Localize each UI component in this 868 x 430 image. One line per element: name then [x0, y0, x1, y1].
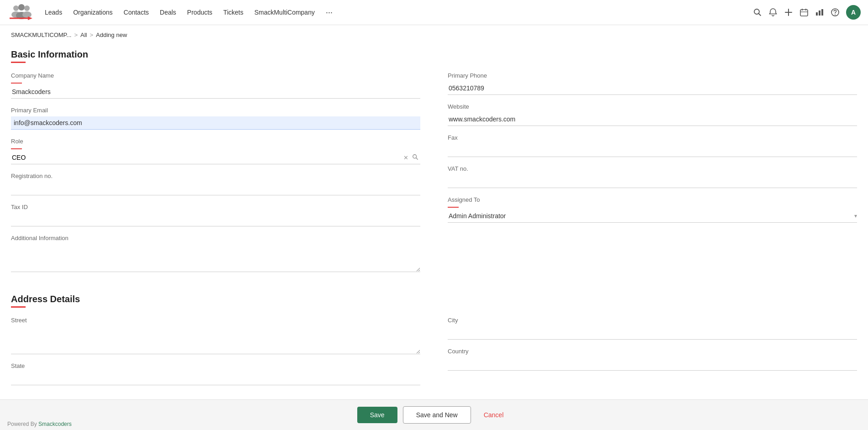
company-name-underline	[11, 83, 22, 84]
additional-info-label: Additional Information	[11, 235, 420, 241]
assigned-to-row: Assigned To Admin Administrator ▾	[448, 196, 857, 223]
company-name-row: Company Name	[11, 72, 420, 99]
role-search-icon[interactable]	[410, 154, 420, 162]
basic-info-underline	[11, 62, 26, 63]
state-label: State	[11, 362, 420, 369]
assigned-to-arrow-icon: ▾	[854, 213, 857, 219]
save-button[interactable]: Save	[357, 407, 397, 423]
primary-phone-input[interactable]	[448, 82, 857, 95]
svg-line-22	[416, 157, 418, 159]
nav-leads[interactable]: Leads	[40, 6, 67, 19]
nav-contacts[interactable]: Contacts	[119, 6, 153, 19]
website-label: Website	[448, 103, 857, 110]
logo[interactable]	[7, 3, 35, 21]
help-icon[interactable]	[831, 8, 840, 17]
company-name-input[interactable]	[11, 85, 420, 99]
breadcrumb-sep2: >	[90, 31, 93, 38]
country-input[interactable]	[448, 357, 857, 371]
role-row: Role ✕	[11, 138, 420, 164]
additional-info-row: Additional Information	[11, 235, 420, 272]
primary-email-input[interactable]	[11, 116, 420, 130]
city-label: City	[448, 317, 857, 324]
city-row: City	[448, 317, 857, 340]
nav-products[interactable]: Products	[183, 6, 217, 19]
nav-deals[interactable]: Deals	[155, 6, 181, 19]
breadcrumb-root[interactable]: SMACKMULTICOMP...	[11, 31, 71, 38]
role-input-wrapper: ✕	[11, 151, 420, 164]
basic-info-left: Company Name Primary Email Role ✕	[11, 72, 420, 280]
footer-bar: Save Save and New Cancel	[0, 399, 868, 430]
chart-icon[interactable]	[815, 8, 824, 17]
svg-rect-16	[816, 12, 818, 16]
vat-input[interactable]	[448, 175, 857, 188]
website-input[interactable]	[448, 113, 857, 126]
company-name-label: Company Name	[11, 72, 420, 79]
address-heading: Address Details	[11, 294, 857, 304]
breadcrumb-all[interactable]: All	[80, 31, 87, 38]
fax-input[interactable]	[448, 144, 857, 157]
svg-rect-12	[800, 10, 808, 16]
website-row: Website	[448, 103, 857, 126]
cancel-button[interactable]: Cancel	[476, 407, 511, 423]
svg-rect-17	[819, 10, 820, 16]
primary-phone-label: Primary Phone	[448, 72, 857, 79]
state-row: State	[11, 362, 420, 385]
add-icon[interactable]	[784, 8, 793, 17]
fax-label: Fax	[448, 134, 857, 141]
vat-label: VAT no.	[448, 165, 857, 172]
role-clear-icon[interactable]: ✕	[402, 154, 410, 161]
registration-row: Registration no.	[11, 173, 420, 195]
basic-info-grid: Company Name Primary Email Role ✕	[11, 72, 857, 280]
tax-id-input[interactable]	[11, 213, 420, 226]
registration-input[interactable]	[11, 182, 420, 195]
navbar: Leads Organizations Contacts Deals Produ…	[0, 0, 868, 25]
address-details-section: Address Details Street State	[11, 294, 857, 393]
assigned-to-underline	[448, 207, 459, 208]
role-label: Role	[11, 138, 420, 145]
primary-email-label: Primary Email	[11, 107, 420, 114]
additional-info-textarea[interactable]	[11, 244, 420, 272]
nav-smackmulticompany[interactable]: SmackMultiCompany	[250, 6, 319, 19]
assigned-to-select-wrapper: Admin Administrator ▾	[448, 210, 857, 223]
tax-id-row: Tax ID	[11, 204, 420, 226]
address-right: City Country	[448, 317, 857, 393]
primary-email-row: Primary Email	[11, 107, 420, 130]
calendar-icon[interactable]	[799, 8, 809, 17]
powered-by: Powered By Smackcoders	[0, 418, 79, 430]
street-textarea[interactable]	[11, 326, 420, 354]
svg-point-5	[22, 11, 32, 18]
state-input[interactable]	[11, 372, 420, 385]
search-icon[interactable]	[753, 8, 762, 17]
breadcrumb-sep1: >	[74, 31, 78, 38]
nav-organizations[interactable]: Organizations	[69, 6, 117, 19]
tax-id-label: Tax ID	[11, 204, 420, 210]
breadcrumb: SMACKMULTICOMP... > All > Adding new	[0, 25, 868, 45]
nav-tickets[interactable]: Tickets	[219, 6, 248, 19]
country-row: Country	[448, 348, 857, 371]
svg-point-0	[13, 5, 19, 11]
breadcrumb-current: Adding new	[96, 31, 127, 38]
navbar-more[interactable]: ···	[321, 5, 337, 20]
basic-info-right: Primary Phone Website Fax VAT no.	[448, 72, 857, 280]
user-avatar[interactable]: A	[846, 5, 861, 20]
address-underline	[11, 306, 26, 308]
assigned-to-select[interactable]: Admin Administrator	[448, 210, 854, 222]
svg-point-2	[24, 5, 30, 11]
street-label: Street	[11, 317, 420, 324]
registration-label: Registration no.	[11, 173, 420, 179]
basic-info-section: Basic Information Company Name Primary E…	[11, 49, 857, 280]
svg-marker-7	[28, 16, 32, 20]
svg-rect-18	[821, 9, 823, 16]
address-left: Street State	[11, 317, 420, 393]
svg-line-9	[759, 14, 761, 16]
powered-by-link[interactable]: Smackcoders	[38, 421, 72, 427]
navbar-actions: A	[753, 5, 861, 20]
city-input[interactable]	[448, 326, 857, 340]
vat-row: VAT no.	[448, 165, 857, 188]
role-input[interactable]	[11, 151, 402, 164]
save-and-new-button[interactable]: Save and New	[403, 406, 471, 424]
bell-icon[interactable]	[768, 8, 778, 17]
svg-point-20	[835, 15, 836, 16]
fax-row: Fax	[448, 134, 857, 157]
svg-point-1	[18, 4, 25, 10]
